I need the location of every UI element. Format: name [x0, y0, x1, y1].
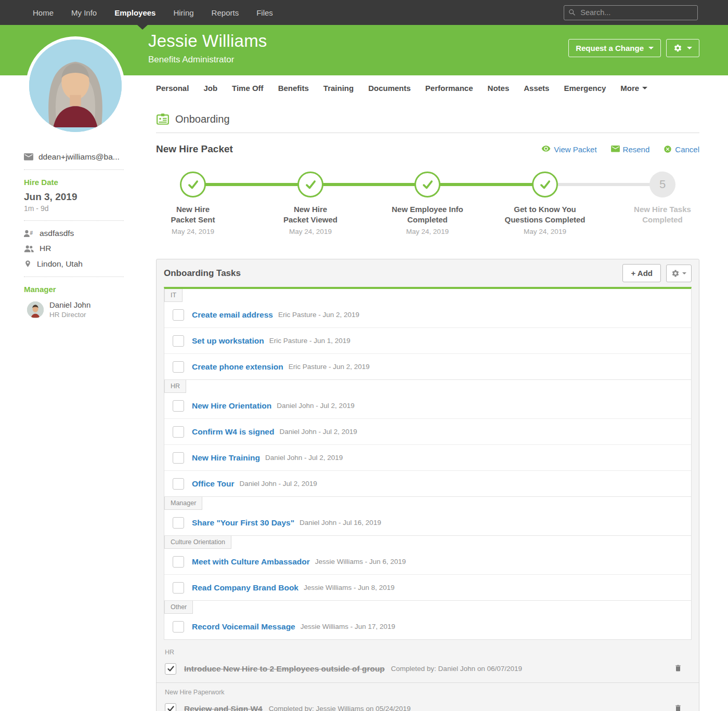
nav-item-reports[interactable]: Reports	[212, 8, 239, 17]
stepper-step-get-to-know-you-questions-completed: Get to Know YouQuestions CompletedMay 24…	[493, 172, 597, 235]
stepper-step-new-employee-info-completed: New Employee InfoCompletedMay 24, 2019	[375, 172, 479, 235]
tab-assets[interactable]: Assets	[524, 84, 549, 93]
onboarding-tasks-title: Onboarding Tasks	[164, 268, 241, 279]
nav-item-hiring[interactable]: Hiring	[173, 8, 193, 17]
tab-emergency[interactable]: Emergency	[564, 84, 606, 93]
task-checkbox[interactable]	[173, 361, 184, 373]
task-group-tab: Other	[164, 601, 193, 614]
task-link[interactable]: Set up workstation	[192, 336, 264, 346]
employee-email[interactable]: ddean+jwilliams@ba...	[38, 152, 120, 162]
cancel-label: Cancel	[675, 145, 699, 154]
task-checkbox-checked[interactable]	[165, 703, 176, 711]
task-row: Share "Your First 30 Days"Daniel John - …	[164, 510, 691, 535]
onboarding-tasks-panel: Onboarding Tasks + Add ITCreate email ad…	[156, 259, 699, 711]
add-task-button[interactable]: + Add	[622, 264, 661, 282]
task-checkbox[interactable]	[173, 621, 184, 633]
task-link[interactable]: Share "Your First 30 Days"	[192, 518, 294, 528]
task-checkbox[interactable]	[173, 335, 184, 347]
task-row: Meet with Culture AmbassadorJessie Willi…	[164, 549, 691, 574]
completed-tasks-section: HRIntroduce New Hire to 2 Employees outs…	[157, 643, 699, 711]
task-checkbox[interactable]	[173, 517, 184, 529]
resend-link[interactable]: Resend	[611, 145, 650, 154]
task-meta: Eric Pasture - Jun 1, 2019	[269, 337, 350, 345]
employee-id-value: asdfasdfs	[40, 229, 74, 238]
request-a-change-button[interactable]: Request a Change	[568, 39, 661, 57]
task-link[interactable]: New Hire Training	[192, 453, 260, 463]
tab-time-off[interactable]: Time Off	[232, 84, 264, 93]
tenure-value: 1m - 9d	[24, 204, 146, 213]
task-link[interactable]: Read Company Brand Book	[192, 583, 298, 592]
task-link[interactable]: Create phone extension	[192, 362, 283, 372]
task-link[interactable]: Meet with Culture Ambassador	[192, 557, 310, 567]
tab-training[interactable]: Training	[323, 84, 354, 93]
nav-item-files[interactable]: Files	[256, 8, 273, 17]
tab-job[interactable]: Job	[203, 84, 217, 93]
completed-group-label: HR	[165, 649, 692, 656]
department-row: HR	[24, 244, 146, 253]
completed-task-meta: Completed by: Daniel John on 06/07/2019	[391, 665, 522, 673]
task-checkbox-checked[interactable]	[165, 663, 176, 675]
completed-task-label: Introduce New Hire to 2 Employees outsid…	[184, 664, 385, 674]
task-checkbox[interactable]	[173, 426, 184, 438]
task-checkbox[interactable]	[173, 400, 184, 412]
stepper-progress-line	[193, 183, 545, 186]
profile-tabs: PersonalJobTime OffBenefitsTrainingDocum…	[156, 75, 699, 93]
task-meta: Jessie Williams - Jun 17, 2019	[301, 623, 395, 630]
tab-documents[interactable]: Documents	[368, 84, 411, 93]
location-pin-icon	[24, 259, 32, 269]
delete-task-button[interactable]	[673, 703, 683, 711]
manager-avatar	[27, 301, 44, 318]
tab-personal[interactable]: Personal	[156, 84, 189, 93]
step-done-circle	[180, 172, 206, 198]
caret-down-icon	[687, 47, 692, 49]
task-row: Read Company Brand BookJessie Williams -…	[164, 574, 691, 600]
manager-name[interactable]: Daniel John	[49, 300, 90, 309]
task-checkbox[interactable]	[173, 582, 184, 594]
header-settings-button[interactable]	[666, 39, 699, 57]
caret-down-icon	[648, 47, 654, 49]
task-meta: Jessie Williams - Jun 6, 2019	[315, 558, 406, 565]
step-label-line1: New Employee Info	[375, 204, 479, 215]
task-checkbox[interactable]	[173, 478, 184, 490]
task-link[interactable]: Create email address	[192, 310, 273, 320]
view-packet-label: View Packet	[554, 145, 596, 154]
step-label-line2: Packet Viewed	[258, 215, 362, 225]
onboarding-badge-icon	[156, 112, 170, 126]
employee-id-row: # asdfasdfs	[24, 229, 146, 238]
nav-item-my-info[interactable]: My Info	[71, 8, 97, 17]
eye-icon	[541, 146, 551, 153]
task-link[interactable]: Record Voicemail Message	[192, 622, 295, 631]
task-checkbox[interactable]	[173, 556, 184, 568]
tab-benefits[interactable]: Benefits	[278, 84, 309, 93]
task-checkbox[interactable]	[173, 309, 184, 321]
cancel-link[interactable]: Cancel	[664, 145, 699, 154]
step-number: 5	[659, 178, 666, 191]
new-hire-packet-row: New Hire Packet View Packet Resend Cance…	[156, 143, 699, 155]
tab-notes[interactable]: Notes	[488, 84, 510, 93]
nav-item-home[interactable]: Home	[33, 8, 54, 17]
task-link[interactable]: New Hire Orientation	[192, 401, 271, 411]
task-checkbox[interactable]	[173, 452, 184, 464]
task-row: Office TourDaniel John - Jul 2, 2019	[164, 470, 691, 496]
task-group-it: ITCreate email addressEric Pasture - Jun…	[164, 289, 691, 379]
task-meta: Daniel John - Jul 2, 2019	[265, 454, 343, 462]
step-check-icon	[304, 178, 317, 191]
nav-item-employees[interactable]: Employees	[114, 8, 155, 17]
tab-performance[interactable]: Performance	[425, 84, 473, 93]
tasks-settings-button[interactable]	[666, 265, 692, 282]
completed-group-label: New Hire Paperwork	[165, 689, 692, 696]
search-input[interactable]	[579, 8, 693, 17]
task-meta: Jessie Williams - Jun 8, 2019	[304, 584, 395, 591]
delete-task-button[interactable]	[673, 663, 683, 675]
employee-avatar	[26, 36, 125, 135]
view-packet-link[interactable]: View Packet	[541, 145, 596, 154]
task-link[interactable]: Office Tour	[192, 479, 235, 489]
svg-text:#: #	[30, 230, 33, 236]
search-box[interactable]	[564, 5, 698, 20]
stepper-step-new-hire-tasks-completed: 5New Hire TasksCompleted	[610, 172, 714, 225]
task-link[interactable]: Confirm W4 is signed	[192, 427, 274, 437]
tab-more[interactable]: More	[620, 84, 647, 93]
checked-checkbox-icon	[167, 705, 175, 711]
step-label-line2: Completed	[375, 215, 479, 225]
manager-photo	[27, 301, 44, 318]
